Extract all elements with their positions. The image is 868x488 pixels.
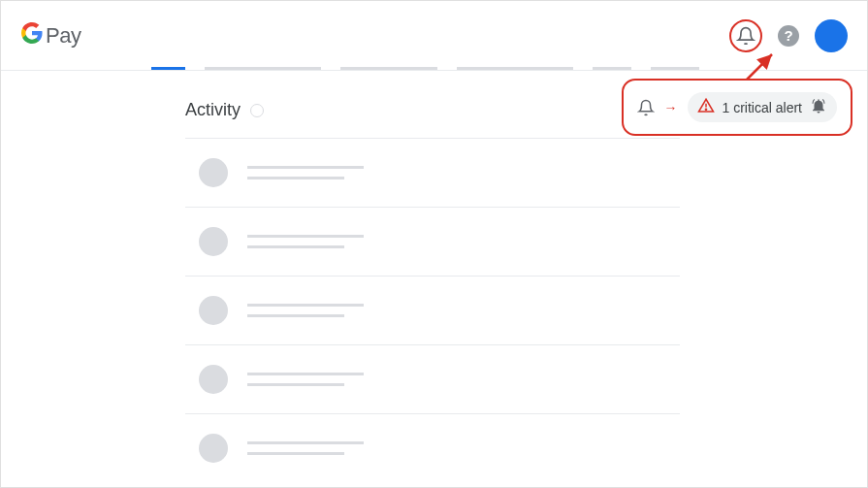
- item-avatar-placeholder: [199, 227, 228, 256]
- main-content: Activity: [1, 71, 680, 482]
- tab-1[interactable]: [151, 67, 185, 70]
- loading-spinner-icon: [250, 104, 264, 117]
- bell-icon: [637, 99, 655, 116]
- header-actions: ?: [729, 19, 848, 52]
- item-text-placeholder: [247, 235, 364, 248]
- item-text-placeholder: [247, 373, 364, 386]
- list-item[interactable]: [185, 208, 680, 277]
- list-item[interactable]: [185, 139, 680, 208]
- activity-list: [185, 139, 680, 482]
- logo-text: Pay: [46, 23, 80, 49]
- item-avatar-placeholder: [199, 434, 228, 463]
- help-icon[interactable]: ?: [778, 25, 799, 47]
- gpay-logo: Pay: [20, 21, 80, 50]
- tab-3[interactable]: [340, 67, 437, 70]
- alert-callout: → 1 critical alert: [622, 79, 852, 136]
- item-text-placeholder: [247, 166, 364, 179]
- app-header: Pay ?: [1, 1, 867, 71]
- tab-5[interactable]: [593, 67, 631, 70]
- item-avatar-placeholder: [199, 365, 228, 394]
- nav-tabs: [151, 67, 699, 70]
- bell-ringing-icon: [810, 97, 827, 117]
- notifications-highlight: [729, 19, 762, 52]
- critical-alert-chip[interactable]: 1 critical alert: [688, 92, 837, 122]
- google-g-icon: [20, 21, 44, 50]
- bell-icon[interactable]: [734, 24, 757, 48]
- section-header: Activity: [185, 100, 680, 139]
- alert-label: 1 critical alert: [723, 100, 802, 115]
- item-text-placeholder: [247, 304, 364, 317]
- tab-2[interactable]: [205, 67, 321, 70]
- svg-point-2: [705, 109, 706, 110]
- list-item[interactable]: [185, 345, 680, 414]
- warning-icon: [697, 97, 715, 117]
- tab-6[interactable]: [651, 67, 699, 70]
- arrow-right-icon: →: [664, 100, 678, 115]
- list-item[interactable]: [185, 277, 680, 345]
- page-title: Activity: [185, 100, 241, 120]
- list-item[interactable]: [185, 414, 680, 482]
- item-text-placeholder: [247, 441, 364, 455]
- item-avatar-placeholder: [199, 296, 228, 325]
- tab-4[interactable]: [457, 67, 573, 70]
- avatar[interactable]: [815, 19, 848, 52]
- item-avatar-placeholder: [199, 158, 228, 187]
